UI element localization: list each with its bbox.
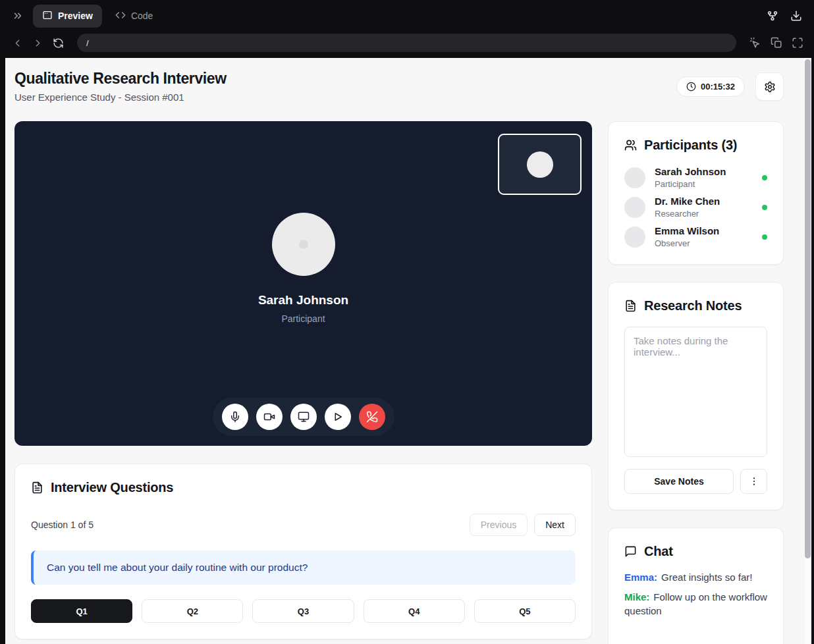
question-tab-bar: Q1 Q2 Q3 Q4 Q5 bbox=[31, 599, 576, 623]
participant-role: Observer bbox=[655, 238, 753, 248]
participants-card: Participants (3) Sarah Johnson Participa… bbox=[608, 121, 784, 265]
participant-role: Participant bbox=[655, 179, 753, 189]
preview-viewport: Qualitative Research Interview User Expe… bbox=[5, 58, 811, 644]
mic-icon bbox=[229, 411, 241, 423]
scrollbar[interactable] bbox=[804, 58, 811, 644]
page-subtitle: User Experience Study - Session #001 bbox=[14, 92, 227, 103]
notes-textarea[interactable] bbox=[624, 327, 767, 457]
question-tab-q5[interactable]: Q5 bbox=[474, 599, 576, 623]
online-status-dot bbox=[762, 234, 767, 240]
inspect-element-button[interactable] bbox=[747, 34, 764, 51]
page-heading-group: Qualitative Research Interview User Expe… bbox=[14, 70, 227, 103]
refresh-icon bbox=[53, 38, 64, 49]
scrollbar-thumb[interactable] bbox=[805, 59, 811, 558]
camera-button[interactable] bbox=[256, 404, 283, 430]
code-icon bbox=[115, 10, 126, 22]
question-tab-q3[interactable]: Q3 bbox=[252, 599, 354, 623]
end-call-button[interactable] bbox=[359, 404, 385, 430]
save-notes-button[interactable]: Save Notes bbox=[624, 469, 734, 494]
tab-code[interactable]: Code bbox=[109, 5, 159, 28]
previous-question-button[interactable]: Previous bbox=[470, 514, 528, 536]
participants-card-title: Participants (3) bbox=[644, 138, 737, 153]
avatar bbox=[624, 197, 645, 218]
header-actions: 00:15:32 bbox=[676, 72, 784, 101]
notes-menu-button[interactable] bbox=[740, 469, 767, 494]
url-input[interactable] bbox=[77, 34, 736, 52]
self-view-pip[interactable] bbox=[498, 134, 582, 195]
tab-code-label: Code bbox=[131, 11, 153, 21]
forward-button[interactable] bbox=[30, 35, 46, 51]
camera-off-placeholder-icon bbox=[299, 240, 308, 249]
download-icon bbox=[790, 10, 802, 22]
question-progress: Question 1 of 5 bbox=[31, 520, 94, 530]
chevrons-right-icon bbox=[12, 10, 24, 22]
participant-list: Sarah Johnson Participant Dr. Mike Chen … bbox=[624, 166, 767, 248]
chat-message-list: Emma:Great insights so far! Mike:Follow … bbox=[624, 571, 767, 618]
chevron-left-icon bbox=[12, 38, 23, 49]
chat-card-title: Chat bbox=[644, 544, 673, 559]
participant-name: Sarah Johnson bbox=[655, 166, 753, 177]
chat-card: Chat Emma:Great insights so far! Mike:Fo… bbox=[608, 527, 784, 644]
chat-sender: Emma: bbox=[624, 572, 657, 583]
message-square-icon bbox=[624, 545, 637, 558]
video-participant-name: Sarah Johnson bbox=[258, 293, 348, 308]
record-play-button[interactable] bbox=[325, 404, 351, 430]
participant-name: Dr. Mike Chen bbox=[655, 196, 753, 207]
research-notes-card: Research Notes Save Notes bbox=[608, 282, 784, 510]
settings-button[interactable] bbox=[755, 72, 784, 101]
current-question-text: Can you tell me about your daily routine… bbox=[31, 550, 576, 585]
copy-icon bbox=[771, 37, 782, 49]
cursor-sparkle-icon bbox=[749, 37, 761, 49]
participant-name: Emma Wilson bbox=[655, 225, 753, 236]
back-button[interactable] bbox=[9, 35, 26, 51]
git-fork-icon bbox=[767, 10, 778, 22]
participant-video-avatar bbox=[272, 213, 335, 276]
self-view-avatar bbox=[527, 151, 553, 178]
fork-button[interactable] bbox=[764, 7, 781, 24]
list-item: Dr. Mike Chen Researcher bbox=[624, 196, 767, 219]
download-button[interactable] bbox=[788, 7, 805, 24]
online-status-dot bbox=[762, 175, 767, 180]
collapse-sidebar-button[interactable] bbox=[9, 7, 26, 24]
file-text-icon bbox=[624, 300, 637, 312]
avatar bbox=[624, 167, 645, 188]
participants-card-title-row: Participants (3) bbox=[624, 138, 767, 153]
maximize-icon bbox=[792, 37, 803, 49]
interview-questions-card: Interview Questions Question 1 of 5 Prev… bbox=[14, 464, 592, 639]
notes-card-title: Research Notes bbox=[644, 298, 742, 313]
avatar bbox=[624, 227, 645, 248]
more-vertical-icon bbox=[749, 476, 759, 487]
question-tab-q2[interactable]: Q2 bbox=[142, 599, 243, 623]
video-stage: Sarah Johnson Participant bbox=[14, 121, 592, 446]
copy-page-button[interactable] bbox=[768, 34, 785, 51]
notes-actions: Save Notes bbox=[624, 469, 767, 494]
participant-role: Researcher bbox=[655, 209, 753, 219]
screen-share-button[interactable] bbox=[290, 404, 317, 430]
video-participant-role: Participant bbox=[281, 313, 325, 324]
session-timer-badge: 00:15:32 bbox=[676, 76, 745, 97]
chat-message: Mike:Follow up on the workflow question bbox=[624, 591, 767, 618]
chat-card-title-row: Chat bbox=[624, 544, 767, 559]
question-tab-q1[interactable]: Q1 bbox=[31, 599, 132, 623]
tab-preview-label: Preview bbox=[58, 11, 93, 21]
refresh-button[interactable] bbox=[50, 35, 67, 51]
mic-button[interactable] bbox=[222, 404, 248, 430]
chat-message: Emma:Great insights so far! bbox=[624, 571, 767, 584]
tab-preview[interactable]: Preview bbox=[33, 5, 102, 28]
question-nav: Previous Next bbox=[470, 514, 576, 536]
fullscreen-button[interactable] bbox=[789, 34, 806, 51]
play-icon bbox=[332, 411, 344, 423]
page-title: Qualitative Research Interview bbox=[14, 70, 227, 88]
call-controls-bar bbox=[213, 398, 394, 436]
chat-text: Great insights so far! bbox=[661, 572, 752, 583]
browser-toolbar bbox=[0, 32, 814, 58]
questions-card-title: Interview Questions bbox=[51, 480, 173, 495]
next-question-button[interactable]: Next bbox=[534, 514, 576, 536]
app-window-icon bbox=[42, 10, 53, 22]
list-item: Emma Wilson Observer bbox=[624, 225, 767, 248]
page-header: Qualitative Research Interview User Expe… bbox=[14, 70, 784, 103]
users-icon bbox=[624, 139, 637, 151]
question-tab-q4[interactable]: Q4 bbox=[364, 599, 465, 623]
session-timer-value: 00:15:32 bbox=[701, 82, 735, 92]
notes-card-title-row: Research Notes bbox=[624, 298, 767, 313]
